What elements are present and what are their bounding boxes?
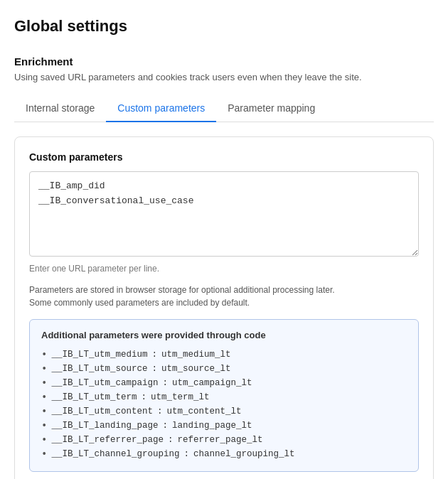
enrichment-description: Using saved URL parameters and cookies t… (14, 72, 434, 82)
tab-parameter-mapping[interactable]: Parameter mapping (216, 95, 326, 122)
list-item: __IB_LT_utm_medium : utm_medium_lt (41, 348, 407, 362)
enrichment-section: Enrichment Using saved URL parameters an… (14, 55, 434, 82)
list-item: __IB_LT_channel_grouping : channel_group… (41, 447, 407, 461)
param-list: __IB_LT_utm_medium : utm_medium_lt __IB_… (41, 348, 407, 461)
custom-parameters-textarea[interactable]: __IB_amp_did __IB_conversational_use_cas… (29, 171, 419, 257)
list-item: __IB_LT_landing_page : landing_page_lt (41, 419, 407, 433)
tab-custom-parameters[interactable]: Custom parameters (106, 95, 216, 122)
additional-params-title: Additional parameters were provided thro… (41, 330, 407, 340)
list-item: __IB_LT_utm_content : utm_content_lt (41, 404, 407, 419)
list-item: __IB_LT_utm_source : utm_source_lt (41, 362, 407, 376)
storage-note-line1: Parameters are stored in browser storage… (29, 285, 335, 295)
list-item: __IB_LT_referrer_page : referrer_page_lt (41, 433, 407, 447)
tabs-container: Internal storage Custom parameters Param… (14, 95, 434, 122)
card-title: Custom parameters (29, 151, 419, 163)
custom-parameters-card: Custom parameters __IB_amp_did __IB_conv… (14, 136, 434, 479)
storage-note-line2: Some commonly used parameters are includ… (29, 298, 250, 308)
textarea-hint: Enter one URL parameter per line. (29, 264, 419, 274)
storage-note: Parameters are stored in browser storage… (29, 284, 419, 309)
list-item: __IB_LT_utm_term : utm_term_lt (41, 390, 407, 404)
enrichment-title: Enrichment (14, 55, 434, 68)
tab-internal-storage[interactable]: Internal storage (14, 95, 106, 122)
list-item: __IB_LT_utm_campaign : utm_campaign_lt (41, 376, 407, 390)
textarea-container: __IB_amp_did __IB_conversational_use_cas… (29, 171, 419, 259)
additional-params-box: Additional parameters were provided thro… (29, 319, 419, 472)
page-title: Global settings (14, 17, 434, 36)
